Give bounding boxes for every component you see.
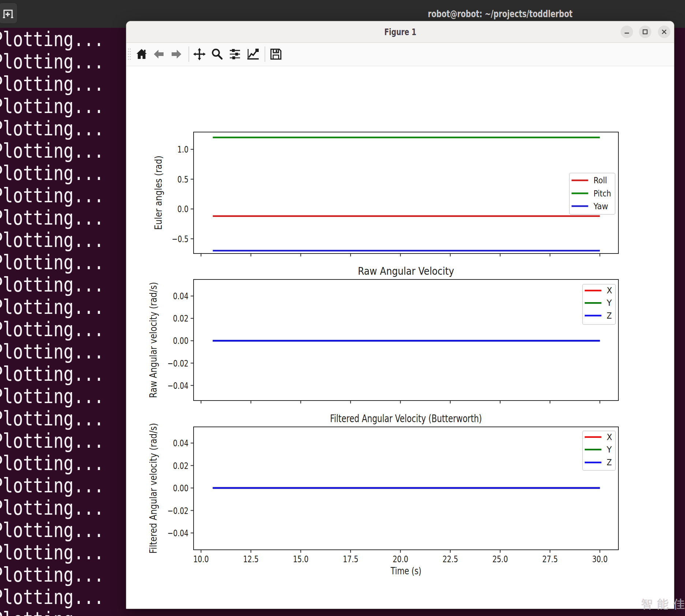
svg-text:22.5: 22.5 (442, 554, 458, 564)
legend: RollPitchYaw (569, 173, 615, 214)
svg-text:0.00: 0.00 (173, 483, 188, 493)
terminal-line: Plotting... (0, 496, 143, 519)
svg-text:−0.5: −0.5 (172, 234, 188, 244)
figure-window: Figure 1 (126, 21, 674, 609)
terminal-line: Plotting... (0, 586, 143, 608)
terminal-line: Plotting... (0, 452, 143, 474)
terminal-line: Plotting... (0, 407, 143, 429)
save-button[interactable] (268, 46, 284, 62)
terminal-line: Plotting... (0, 162, 143, 184)
screen: { "top_bar": { "title": "robot@robot: ~/… (0, 0, 685, 616)
watermark: 智能佳 (641, 597, 685, 612)
terminal-line: Plotting... (0, 519, 143, 541)
terminal-line: Plotting... (0, 117, 143, 139)
customize-button[interactable] (245, 46, 261, 62)
back-arrow-icon (153, 48, 165, 60)
terminal-line: Plotting... (0, 206, 143, 229)
terminal-line: Plotting... (0, 229, 143, 251)
chart: 1.00.50.0−0.5Euler angles (rad)RollPitch… (126, 66, 674, 609)
terminal-line: Plotting... (0, 273, 143, 296)
terminal-line: Plotting... (0, 95, 143, 117)
terminal-line: Plotting... (0, 563, 143, 586)
svg-text:X: X (607, 286, 612, 295)
svg-text:30.0: 30.0 (592, 554, 607, 564)
terminal-line: Plotting... (0, 72, 143, 95)
zoom-icon (210, 48, 224, 61)
forward-button[interactable] (168, 46, 184, 62)
svg-text:Euler angles (rad): Euler angles (rad) (153, 156, 164, 230)
toolbar-separator (265, 46, 265, 62)
maximize-icon (639, 26, 651, 38)
svg-text:27.5: 27.5 (542, 554, 558, 564)
svg-text:0.00: 0.00 (173, 335, 188, 346)
subplots-button[interactable] (227, 46, 243, 62)
terminal-line: Plotting... (0, 184, 143, 206)
terminal-line: Plotting... (0, 251, 143, 273)
svg-text:25.0: 25.0 (493, 554, 508, 564)
svg-text:Filtered Angular Velocity (But: Filtered Angular Velocity (Butterworth) (330, 413, 482, 425)
zoom-button[interactable] (209, 46, 225, 62)
svg-text:Roll: Roll (594, 176, 607, 185)
svg-text:Filtered Angular velocity (rad: Filtered Angular velocity (rad/s) (148, 423, 159, 554)
home-button[interactable] (134, 46, 150, 62)
terminal-line: Plotting... (0, 608, 143, 616)
svg-text:Raw Angular Velocity: Raw Angular Velocity (358, 265, 454, 277)
close-icon (658, 26, 670, 38)
svg-text:Pitch: Pitch (594, 189, 611, 198)
svg-text:0.02: 0.02 (173, 461, 188, 471)
svg-text:−0.02: −0.02 (168, 358, 188, 369)
svg-text:12.5: 12.5 (243, 554, 258, 564)
save-icon (269, 48, 282, 61)
maximize-button[interactable] (639, 26, 651, 38)
terminal-new-tab-button[interactable] (0, 3, 18, 24)
close-button[interactable] (658, 26, 670, 38)
terminal-line: Plotting... (0, 340, 143, 363)
toolbar-separator (188, 46, 189, 62)
svg-text:0.04: 0.04 (173, 291, 188, 301)
forward-arrow-icon (170, 48, 183, 60)
svg-text:X: X (607, 432, 612, 442)
figure-canvas[interactable]: 1.00.50.0−0.5Euler angles (rad)RollPitch… (126, 66, 674, 609)
svg-text:10.0: 10.0 (193, 554, 209, 564)
edit-curves-icon (246, 48, 260, 61)
pan-icon (193, 48, 206, 61)
figure-window-title: Figure 1 (400, 21, 443, 42)
terminal-line: Plotting... (0, 474, 143, 496)
svg-text:Raw Angular velocity (rad/s): Raw Angular velocity (rad/s) (148, 282, 159, 398)
svg-text:−0.04: −0.04 (168, 528, 188, 538)
svg-text:Y: Y (606, 298, 612, 308)
svg-text:Y: Y (606, 445, 612, 454)
minimize-icon (621, 26, 633, 38)
subplots-sliders-icon (228, 48, 242, 61)
minimize-button[interactable] (621, 26, 633, 38)
svg-text:Z: Z (607, 311, 612, 320)
legend: XYZ (583, 431, 615, 470)
svg-text:0.0: 0.0 (177, 204, 188, 214)
svg-text:0.02: 0.02 (173, 313, 188, 324)
terminal-line: Plotting... (0, 318, 143, 340)
tab-new-icon (1, 7, 15, 20)
svg-text:−0.04: −0.04 (168, 380, 188, 391)
terminal-line: Plotting... (0, 541, 143, 563)
svg-text:0.5: 0.5 (177, 174, 188, 185)
terminal-line: Plotting... (0, 28, 143, 50)
toolbar-grip[interactable] (127, 46, 131, 62)
svg-text:Z: Z (607, 458, 612, 467)
terminal-line: Plotting... (0, 139, 143, 162)
terminal-line: Plotting... (0, 363, 143, 385)
terminal-line: Plotting... (0, 50, 143, 72)
svg-text:Yaw: Yaw (593, 202, 608, 211)
svg-text:Time (s): Time (s) (390, 566, 422, 576)
legend: XYZ (583, 284, 615, 324)
back-button[interactable] (151, 46, 167, 62)
home-icon (135, 48, 148, 60)
terminal-line: Plotting... (0, 385, 143, 407)
svg-text:17.5: 17.5 (343, 554, 358, 564)
terminal-line: Plotting... (0, 429, 143, 452)
pan-button[interactable] (191, 46, 207, 62)
mpl-toolbar (126, 43, 674, 66)
figure-title-bar[interactable]: Figure 1 (126, 21, 674, 43)
terminal-line: Plotting... (0, 296, 143, 318)
svg-text:0.04: 0.04 (173, 438, 188, 448)
svg-text:15.0: 15.0 (293, 554, 308, 564)
